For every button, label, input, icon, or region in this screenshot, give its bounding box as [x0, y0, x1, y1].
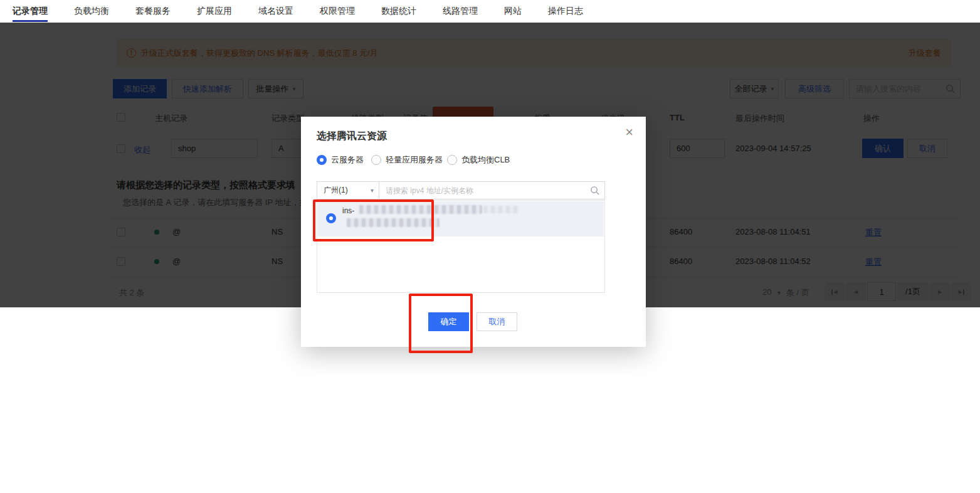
tab-label: 权限管理 — [320, 6, 355, 17]
tab-label: 网站 — [504, 6, 522, 17]
radio-unselected-icon — [371, 155, 381, 165]
tab-label: 数据统计 — [381, 6, 416, 17]
radio-selected-icon — [326, 213, 336, 223]
redacted-instance-id — [359, 205, 482, 214]
instance-search-input[interactable] — [386, 186, 590, 195]
tab-statistics[interactable]: 数据统计 — [381, 0, 416, 23]
tab-label: 线路管理 — [443, 6, 478, 17]
tab-extensions[interactable]: 扩展应用 — [197, 0, 232, 23]
tab-operation-log[interactable]: 操作日志 — [548, 0, 583, 23]
redacted-instance-info — [483, 206, 520, 213]
tab-website[interactable]: 网站 — [504, 0, 522, 23]
resource-type-lighthouse[interactable]: 轻量应用服务器 — [371, 154, 443, 166]
top-nav: 记录管理 负载均衡 套餐服务 扩展应用 域名设置 权限管理 数据统计 线路管理 … — [0, 0, 980, 23]
radio-selected-icon — [317, 155, 327, 165]
instance-search-box — [379, 181, 605, 199]
region-select[interactable]: 广州(1) ▾ — [317, 181, 379, 199]
instance-list-item[interactable]: ins- — [318, 201, 604, 236]
instance-id-prefix: ins- — [342, 206, 354, 215]
modal-confirm-button[interactable]: 确定 — [428, 312, 469, 331]
tab-record-management[interactable]: 记录管理 — [13, 0, 48, 23]
tab-label: 记录管理 — [13, 6, 48, 17]
resource-type-cvm[interactable]: 云服务器 — [317, 154, 364, 166]
tab-load-balance[interactable]: 负载均衡 — [74, 0, 109, 23]
dns-record-management-page: 记录管理 负载均衡 套餐服务 扩展应用 域名设置 权限管理 数据统计 线路管理 … — [0, 0, 980, 493]
close-icon[interactable]: × — [625, 125, 633, 139]
search-icon — [590, 186, 599, 195]
modal-title: 选择腾讯云资源 — [317, 130, 387, 143]
resource-type-label: 云服务器 — [331, 154, 364, 166]
tab-package-service[interactable]: 套餐服务 — [135, 0, 171, 23]
tab-label: 负载均衡 — [74, 6, 109, 17]
radio-unselected-icon — [447, 155, 457, 165]
tab-label: 套餐服务 — [135, 6, 171, 17]
select-cloud-resource-modal: 选择腾讯云资源 × 云服务器 轻量应用服务器 负载均衡CLB 广州(1) ▾ i… — [301, 117, 646, 347]
redacted-instance-ip — [347, 218, 440, 227]
region-value: 广州(1) — [324, 185, 348, 196]
tab-label: 操作日志 — [548, 6, 583, 17]
resource-type-clb[interactable]: 负载均衡CLB — [447, 154, 510, 166]
tab-permissions[interactable]: 权限管理 — [320, 0, 355, 23]
tab-label: 扩展应用 — [197, 6, 232, 17]
tab-label: 域名设置 — [258, 6, 293, 17]
resource-type-label: 负载均衡CLB — [461, 154, 510, 166]
caret-down-icon: ▾ — [371, 187, 374, 194]
tab-line-management[interactable]: 线路管理 — [443, 0, 478, 23]
resource-type-label: 轻量应用服务器 — [386, 154, 443, 166]
instance-list: ins- — [317, 200, 605, 293]
tab-domain-settings[interactable]: 域名设置 — [258, 0, 293, 23]
modal-cancel-button[interactable]: 取消 — [477, 312, 517, 331]
